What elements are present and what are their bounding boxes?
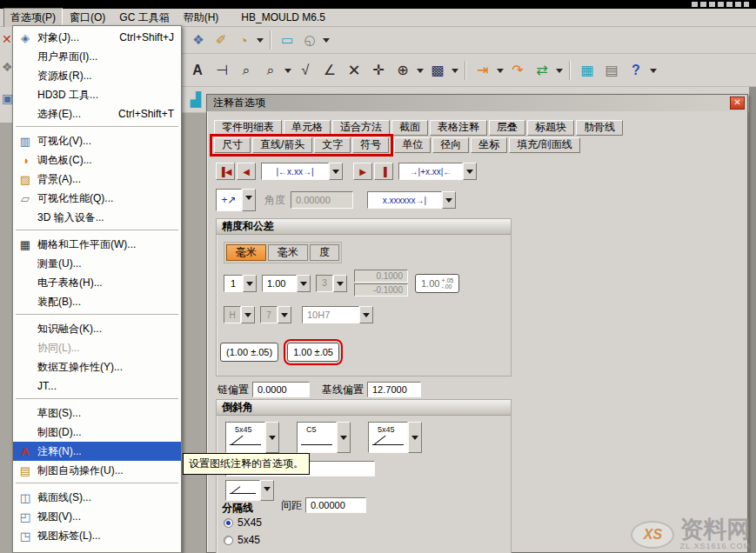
chevron-down-icon[interactable] [337, 422, 351, 453]
fit-value-combo[interactable]: 10H7 [302, 306, 373, 323]
zoom-icon[interactable]: ⌕ [235, 59, 258, 82]
menu-item-visualization-performance[interactable]: ▱ 可视化性能(Q)... [13, 189, 181, 208]
chevron-down-icon[interactable] [322, 30, 331, 50]
menu-item-measure[interactable]: 测量(U)... [13, 254, 181, 273]
menu-item-visualization[interactable]: ▥ 可视化(V)... [13, 131, 181, 150]
tab-sections[interactable]: 截面 [391, 120, 428, 136]
left-tool-icon[interactable]: ❖ [2, 60, 12, 74]
menu-item-background[interactable]: ▨ 背景(A)... [13, 170, 181, 189]
chevron-down-icon[interactable] [265, 422, 279, 453]
dim-arrow-right-button[interactable]: ▶ [353, 163, 372, 180]
tolerance-value-combo[interactable]: 1.00 [262, 275, 311, 292]
menu-item-knowledge-fusion[interactable]: 知识融合(K)... [13, 319, 181, 338]
decimal-places-combo[interactable]: 1 [224, 275, 257, 292]
separator-radio-5x45[interactable] [224, 536, 233, 545]
tab-tabular-note[interactable]: 表格注释 [430, 120, 487, 136]
tab-cells[interactable]: 单元格 [284, 120, 331, 136]
dual-places-combo[interactable]: 3 [316, 275, 347, 292]
chevron-down-icon[interactable] [329, 163, 343, 180]
spacing-field[interactable]: 0.00000 [305, 497, 366, 513]
delete-icon[interactable]: ✕ [343, 59, 365, 82]
chevron-down-icon[interactable] [451, 60, 459, 81]
baseline-offset-field[interactable]: 12.7000 [367, 382, 421, 397]
fit-grade-combo[interactable]: 7 [260, 306, 291, 323]
menu-item-drafting[interactable]: 制图(D)... [13, 423, 181, 442]
chevron-down-icon[interactable] [241, 306, 255, 323]
text-orientation-combo[interactable]: x.xxxxxx→| [367, 191, 456, 209]
chevron-down-icon[interactable] [416, 60, 425, 81]
menu-item-sketch[interactable]: 草图(S)... [13, 403, 181, 423]
left-tool-icon[interactable]: ▣ [2, 91, 12, 105]
menu-item-3d-input-device[interactable]: 3D 输入设备... [13, 208, 181, 227]
unit-mm-tolerance-button[interactable]: 毫米 [268, 244, 308, 261]
dialog-titlebar[interactable]: 注释首选项 ✕ [207, 95, 747, 111]
angle-dimension-icon[interactable]: ∠ [318, 59, 341, 82]
zoom-options-icon[interactable]: ⌕ [259, 59, 282, 82]
chevron-down-icon[interactable] [297, 275, 311, 292]
upper-tolerance-field[interactable]: 0.1000 [354, 270, 408, 283]
chain-offset-field[interactable]: 0.0000 [252, 382, 310, 397]
tolerance-display-button[interactable]: 1.00 +.05-.00 [415, 274, 459, 293]
menu-item-section-line[interactable]: ◫ 截面线(S)... [13, 488, 181, 507]
note-tool-icon[interactable]: A [186, 59, 209, 82]
tab-radial[interactable]: 径向 [432, 137, 469, 153]
menu-item-color-palette[interactable]: ◑ 调色板(C)... [13, 150, 181, 170]
close-icon[interactable]: ✕ [730, 97, 745, 110]
tab-fit-methods[interactable]: 适合方法 [332, 120, 390, 136]
chevron-down-icon[interactable] [256, 30, 264, 50]
nav-redo-icon[interactable]: ↷ [506, 59, 529, 82]
menu-item-hd3d-tools[interactable]: HD3D 工具... [13, 85, 181, 104]
left-tool-icon[interactable]: ✕ [2, 32, 12, 46]
sketch-tool-icon[interactable]: ✐ [211, 30, 231, 50]
tab-stacking[interactable]: 层叠 [489, 120, 525, 136]
chevron-down-icon[interactable] [243, 275, 257, 292]
menu-item-object[interactable]: ◈ 对象(J)... Ctrl+Shift+J [13, 28, 181, 47]
tab-units[interactable]: 单位 [394, 137, 431, 153]
point-snap-icon[interactable]: ✛ [367, 59, 390, 82]
target-icon[interactable]: ⊕ [391, 59, 414, 82]
lower-tolerance-field[interactable]: -0.1000 [354, 283, 408, 296]
fit-character-combo[interactable]: H [224, 306, 255, 323]
menu-item-view[interactable]: ◰ 视图(V)... [13, 507, 181, 526]
tolerance-placement-combo[interactable]: |←x.xx→| [261, 163, 343, 180]
scene-background-icon[interactable]: ▩ [426, 59, 449, 82]
menu-hb-mould[interactable]: HB_MOULD M6.5 [234, 9, 332, 26]
tab-dimensions[interactable]: 尺寸 [214, 137, 251, 153]
chamfer-style-combo-2[interactable]: C5 [297, 422, 351, 453]
tab-title-block[interactable]: 标题块 [527, 120, 574, 136]
menu-item-user-interface[interactable]: 用户界面(I)... [13, 47, 181, 66]
tab-parts-list[interactable]: 零件明细表 [214, 120, 282, 136]
menu-item-drawing-automation[interactable]: ▤ 制图自动操作(U)... [13, 461, 181, 480]
chevron-down-icon[interactable] [463, 163, 477, 180]
dim-arrow-left-button[interactable]: ◀ [237, 163, 256, 180]
angle-field[interactable]: 0.00000 [291, 191, 353, 209]
tolerance-preview-button-1[interactable]: (1.00 ±.05) [220, 343, 278, 362]
tab-fill-hatch[interactable]: 填充/剖面线 [509, 137, 579, 153]
compass-tool-icon[interactable]: ◔ [233, 30, 254, 50]
sheet-table-icon[interactable]: ▤ [600, 59, 623, 82]
tab-ordinate[interactable]: 坐标 [471, 137, 507, 153]
grid-table-icon[interactable]: ▦ [576, 59, 599, 82]
chamfer-style-combo-1[interactable]: 5x45 [225, 422, 279, 453]
menu-item-view-label[interactable]: ◳ 视图标签(L)... [13, 526, 181, 545]
dim-extension-left-button[interactable]: ▐◀ [216, 163, 235, 180]
tolerance-preview-button-2[interactable]: 1.00 ±.05 [287, 343, 339, 362]
utility-tool-icon[interactable]: ▟ [184, 89, 207, 111]
nav-exchange-icon[interactable]: ⇄ [531, 59, 553, 82]
dimension-tool-icon[interactable]: ⊣ [211, 59, 233, 82]
unit-degree-button[interactable]: 度 [310, 244, 339, 261]
menu-item-assemblies[interactable]: 装配(B)... [13, 292, 181, 311]
chevron-down-icon[interactable] [359, 306, 373, 323]
menu-item-annotation[interactable]: A 注释(N)... [13, 442, 181, 461]
menu-item-jt[interactable]: JT... [13, 376, 181, 396]
surface-finish-icon[interactable]: √ [294, 59, 317, 82]
chevron-down-icon[interactable] [284, 60, 292, 81]
separator-radio-5X45[interactable] [224, 518, 233, 528]
tab-line-arrow[interactable]: 直线/箭头 [252, 137, 312, 153]
chevron-down-icon[interactable] [442, 191, 456, 209]
chevron-down-icon[interactable] [555, 60, 564, 81]
menu-item-spreadsheet[interactable]: 电子表格(H)... [13, 273, 181, 292]
chevron-down-icon[interactable] [260, 480, 274, 501]
append-text-combo[interactable]: →|+x.xx|← [398, 163, 477, 180]
leader-style-combo[interactable]: +↗ [216, 189, 256, 211]
